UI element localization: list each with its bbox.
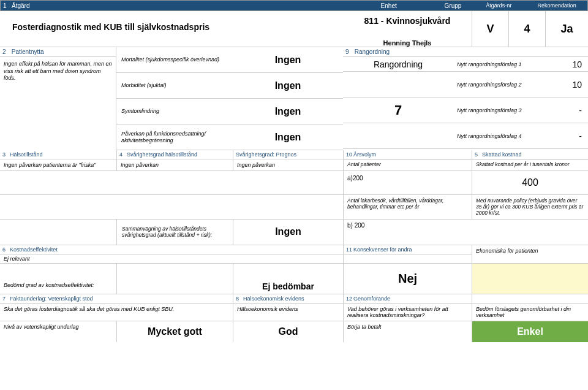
- cost-effectiveness-row: 6Kostnadseffektivitet Ej relevant 11Kons…: [0, 245, 588, 264]
- title-row: Fosterdiagnostik med KUB till självkostn…: [0, 11, 588, 47]
- kost-b1: Ej relevant: [0, 254, 343, 263]
- policy-note: Med nuvarande policy (erbjuds gravida öv…: [472, 195, 588, 219]
- rank3-label: Nytt rangordningsförslag 3: [453, 107, 557, 113]
- sec3-c5s: Skattad kostnad per år i tusentals krono…: [472, 159, 588, 169]
- mortality-label: Mortalitet (sjukdomsspecifik överlevnad): [116, 56, 233, 63]
- sec7-num: 7: [2, 296, 10, 302]
- a200-row: a)200 400: [0, 171, 588, 195]
- sec12-num: 12: [346, 296, 353, 302]
- mortality-value: Ingen: [233, 55, 343, 66]
- fakta-b1: Ska det göras fosterdiagnostik så ska de…: [0, 304, 233, 315]
- evidence-row: 7Faktaunderlag: Vetenskapligt stöd Ska d…: [0, 294, 588, 321]
- economic-evidence-value: God: [233, 321, 343, 342]
- sec3-c3h: Svårighetsgrad: Prognos: [233, 150, 343, 159]
- sec3-c3b: Ingen påverkan: [233, 159, 343, 170]
- fakta-b2: Hälsoekonomsik evidens: [233, 304, 343, 315]
- header-grupp: Grupp: [435, 2, 472, 9]
- feasibility-value: Enkel: [472, 321, 588, 342]
- sec3-num: 3: [2, 151, 10, 158]
- fakta-h2: Hälsoekonomisk evidens: [243, 296, 304, 302]
- yellow-cell-2: [472, 264, 588, 294]
- symptom-value: Ingen: [233, 106, 343, 117]
- assessed-grade-label: Bedömd grad av kostnadseffektivitet:: [0, 264, 116, 294]
- recommendation-value: Ja: [545, 11, 588, 47]
- header-row: 1 Åtgärd Enhet Grupp Åtgärds-nr Rekomend…: [0, 0, 588, 11]
- function-value: Ingen: [233, 132, 343, 143]
- action-number: 4: [508, 11, 545, 47]
- a200-value: 400: [472, 171, 588, 194]
- rank3-value: -: [557, 105, 588, 115]
- sec2-head: Patientnytta: [12, 48, 44, 55]
- weighting-row: Sammanvägning av hälsotillståndets svåri…: [0, 220, 588, 245]
- sec11-num: 11: [346, 247, 353, 253]
- author-name: Henning Thejls: [343, 39, 472, 47]
- morbidity-value: Ingen: [233, 80, 343, 91]
- rank1-value: 10: [557, 59, 588, 69]
- visits-row: Antal läkarbesök, vårdtillfällen, vårdda…: [0, 195, 588, 220]
- ranking-main: Rangordning: [343, 59, 453, 69]
- rank-seven: 7: [343, 102, 453, 118]
- sec3-c1b: Ingen påverkan patienterna är "friska": [0, 159, 116, 170]
- sec3-c2h: Svårighetsgrad hälsotillstånd: [127, 151, 197, 158]
- nej-value: Nej: [343, 264, 472, 294]
- rank4-label: Nytt rangordningsförslag 4: [453, 133, 557, 139]
- rank2-label: Nytt rangordningsförslag 2: [453, 82, 557, 88]
- weighting-label: Sammanvägning av hälsotillståndets svåri…: [116, 220, 233, 245]
- b200-label: b) 200: [343, 220, 472, 245]
- fakta-b3: Vad behöver göras i verksamheten för att…: [344, 304, 472, 321]
- header-1: 1: [3, 2, 12, 9]
- kost-r: Ekonomiska för patienten: [472, 245, 588, 263]
- sec2-body: Ingen effekt på hälsan för mamman, men e…: [0, 57, 116, 86]
- sec3-c1h: Hälsotillstånd: [10, 151, 43, 158]
- rank2-value: 10: [557, 80, 588, 90]
- sec2-num: 2: [2, 48, 10, 55]
- header-atgard: Åtgärd: [12, 2, 29, 9]
- fakta-h3: Genomförande: [353, 296, 390, 302]
- sec3-c4s: Antal patienter: [344, 159, 472, 169]
- action-title: Fosterdiagnostik med KUB till självkostn…: [0, 11, 343, 47]
- unit-name: 811 - Kvinnosjukvård: [343, 16, 472, 26]
- header-rek: Rekomendation: [526, 2, 587, 9]
- scientific-level-value: Mycket gott: [116, 321, 233, 342]
- final-row: Nivå av vetenskapligt underlag Mycket go…: [0, 321, 588, 342]
- sec3-c2b: Ingen påverkan: [117, 159, 233, 170]
- sec6-num: 6: [2, 247, 10, 253]
- kost-h1: Kostnadseffektivitet: [10, 247, 58, 253]
- patient-benefit-block: 2 Patientnytta Ingen effekt på hälsan fö…: [0, 47, 588, 150]
- start-charging-label: Börja ta betalt: [343, 321, 472, 342]
- sec4-num: 4: [119, 151, 127, 158]
- nej-row: Bedömd grad av kostnadseffektivitet: Ej …: [0, 264, 588, 294]
- health-status-row: 3Hälsotillstånd Ingen påverkan patienter…: [0, 150, 588, 171]
- symptom-label: Symtomlindring: [116, 108, 233, 115]
- kost-h2: Konsekvenser för andra: [353, 247, 412, 253]
- sec3-c5h: Skattad kostnad: [482, 151, 522, 158]
- function-label: Påverkan på funktionsnedsättning/ aktivi…: [116, 131, 233, 144]
- group-value: V: [472, 11, 508, 47]
- header-atgnr: Åtgärds-nr: [471, 2, 526, 9]
- sec10-num: 10: [346, 151, 353, 158]
- not-assessable: Ej bedömbar: [233, 264, 343, 294]
- a200-label: a)200: [343, 171, 472, 194]
- morbidity-label: Morbiditet (sjuktal): [116, 82, 233, 89]
- scientific-level-label: Nivå av vetenskapligt underlag: [0, 321, 116, 342]
- fakta-h1: Faktaunderlag: Vetenskapligt stöd: [10, 296, 93, 302]
- sec9-num: 9: [345, 48, 353, 55]
- sec9-head: Rangordning: [355, 48, 390, 55]
- sec8-num: 8: [236, 296, 243, 302]
- visits-label: Antal läkarbesök, vårdtillfällen, vårdda…: [343, 195, 472, 219]
- sec5-num: 5: [475, 151, 482, 158]
- header-enhet: Enhet: [343, 2, 435, 9]
- sec3-c4h: Årsvolym: [353, 151, 376, 158]
- rank4-value: -: [557, 131, 588, 141]
- rank1-label: Nytt rangordningsförslag 1: [453, 61, 557, 67]
- weighting-value: Ingen: [233, 220, 343, 245]
- fakta-b4: Bedöm förslagets genomförbarhet i din ve…: [472, 304, 588, 321]
